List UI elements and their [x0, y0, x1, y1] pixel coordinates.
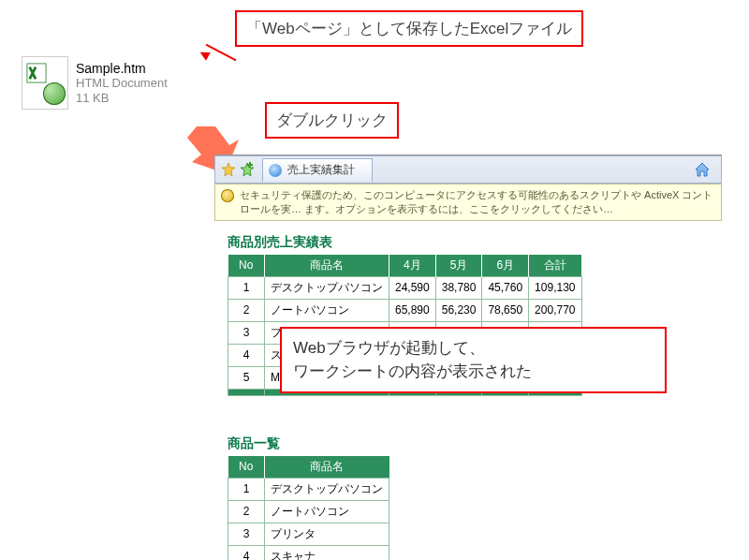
file-name: Sample.htm: [76, 61, 168, 76]
col-apr: 4月: [389, 255, 436, 277]
table-row: 1デスクトップパソコン24,59038,78045,760109,130: [228, 276, 582, 299]
col-name: 商品名: [265, 456, 389, 479]
favorites-star-icon[interactable]: [221, 162, 236, 177]
security-info-bar[interactable]: セキュリティ保護のため、このコンピュータにアクセスする可能性のあるスクリプトや …: [214, 184, 722, 221]
file-meta: Sample.htm HTML Document 11 KB: [76, 61, 168, 105]
home-button[interactable]: [693, 160, 712, 179]
ie-icon: [269, 164, 282, 177]
file-item[interactable]: Sample.htm HTML Document 11 KB: [22, 56, 209, 110]
table2-title: 商品一覧: [228, 435, 712, 452]
table-row: 4スキャナ: [228, 545, 389, 560]
callout-double-click: ダブルクリック: [265, 102, 399, 139]
col-no: No: [228, 255, 265, 277]
table-header-row: No 商品名 4月 5月 6月 合計: [228, 255, 582, 277]
browser-window: 売上実績集計 セキュリティ保護のため、このコンピュータにアクセスする可能性のある…: [214, 155, 722, 560]
callout-text: 「Webページ」として保存したExcelファイル: [246, 20, 572, 37]
shield-icon: [221, 189, 234, 202]
product-list-table: No 商品名 1デスクトップパソコン 2ノートパソコン 3プリンタ 4スキャナ …: [228, 456, 389, 560]
col-name: 商品名: [265, 255, 389, 277]
col-no: No: [228, 456, 265, 479]
globe-icon: [43, 82, 66, 105]
col-jun: 6月: [482, 255, 529, 277]
col-may: 5月: [435, 255, 482, 277]
table1-title: 商品別売上実績表: [228, 234, 712, 251]
callout-saved-as-webpage: 「Webページ」として保存したExcelファイル: [235, 10, 583, 47]
browser-tab-bar: 売上実績集計: [214, 155, 722, 184]
file-type: HTML Document: [76, 76, 168, 91]
svg-rect-5: [247, 164, 253, 166]
table-row: 1デスクトップパソコン: [228, 478, 389, 500]
col-total: 合計: [529, 255, 581, 277]
callout-line1: Webブラウザが起動して、: [293, 336, 654, 361]
html-file-icon: [22, 56, 68, 110]
file-size: 11 KB: [76, 91, 168, 106]
excel-sheet-icon: [26, 63, 47, 83]
svg-rect-0: [27, 64, 46, 82]
callout-line2: ワークシートの内容が表示された: [293, 360, 654, 384]
table-header-row: No 商品名: [228, 456, 389, 479]
svg-marker-2: [222, 163, 235, 176]
infobar-text: セキュリティ保護のため、このコンピュータにアクセスする可能性のあるスクリプトや …: [240, 188, 715, 216]
table-row: 2ノートパソコン: [228, 500, 389, 523]
tab-title: 売上実績集計: [287, 162, 355, 178]
callout-browser-launched: Webブラウザが起動して、 ワークシートの内容が表示された: [280, 327, 667, 393]
add-favorites-icon[interactable]: [240, 162, 255, 177]
browser-tab[interactable]: 売上実績集計: [262, 158, 373, 182]
table-row: 2ノートパソコン65,89056,23078,650200,770: [228, 299, 582, 321]
table-row: 3プリンタ: [228, 523, 389, 545]
page-content: 商品別売上実績表 No 商品名 4月 5月 6月 合計 1デスクトップパソコン2…: [214, 221, 722, 560]
callout-text: ダブルクリック: [276, 111, 388, 129]
